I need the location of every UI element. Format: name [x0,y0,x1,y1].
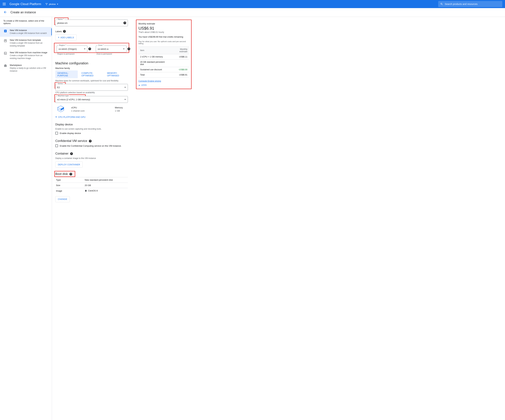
display-device-checkbox[interactable]: Enable display device [55,132,128,135]
topbar: Google Cloud Platform pkslow ▼ [0,0,505,8]
svg-marker-4 [61,107,64,110]
estimate-row-item: Total [139,72,170,78]
help-icon[interactable]: ? [89,140,92,142]
caret-down-icon [123,49,125,49]
confidential-checkbox-label: Enable the Confidential Computing servic… [60,145,121,147]
confidential-title: Confidential VM service [55,139,87,143]
machine-type-label: Machine type [57,95,69,97]
sidebar-item-sub: Deploy a ready-to-go solution onto a VM … [10,67,48,73]
cpu-gpu-expand[interactable]: CPU PLATFORM AND GPU [55,116,86,118]
search-input[interactable] [445,3,500,5]
sidebar-item-title: New VM instance from template [10,39,48,41]
help-icon[interactable]: ? [70,152,73,155]
labels-label: Labels [55,30,62,33]
name-input[interactable] [55,19,128,26]
svg-point-1 [47,3,48,4]
change-button[interactable]: CHANGE [55,196,70,202]
less-toggle[interactable]: LESS [139,84,189,86]
machine-summary: vCPU 1 shared core Memory 1 GB [55,105,128,113]
help-icon[interactable]: ? [69,173,72,175]
boot-disk-title: Boot disk [55,172,68,176]
boot-disk-image-value: CentOS 8 [88,189,98,192]
pricing-link[interactable]: Compute Engine pricing [139,80,161,82]
boot-disk-size-label: Size [55,183,84,188]
checkbox-icon [55,144,58,147]
boot-disk-image-value-wrap: CentOS 8 [85,189,98,192]
shield-icon [85,190,87,192]
help-icon[interactable]: ? [123,22,126,24]
region-hint: Region is permanent [57,53,87,55]
zone-value: us-west1-a [98,48,108,50]
sidebar: To create a VM instance, select one of t… [0,17,52,420]
project-icon [45,3,48,5]
machine-family-tabs: GENERAL-PURPOSE COMPUTE-OPTIMISED MEMORY… [55,70,128,78]
add-box-icon [3,29,7,33]
form-column: Name * ? Labels ? + ADD LABELS [55,19,128,202]
machine-family-label: Machine family [55,67,128,69]
estimate-row-item: Sustained use discount [139,67,170,72]
table-row: 2 vCPU + 1 GB memory US$6.11 [139,54,189,60]
brand-label: Google Cloud Platform [9,2,41,6]
help-icon[interactable]: ? [88,48,91,50]
sidebar-item-sub: Create a single VM instance from an exis… [10,54,48,60]
estimate-row-est: -US$0.00 [170,67,189,72]
region-label: Region * [58,44,67,46]
deploy-container-button[interactable]: DEPLOY CONTAINER [55,161,83,167]
table-row: Sustained use discount -US$0.00 [139,67,189,72]
table-row: Total US$6.91 [139,72,189,78]
machine-type-select[interactable]: e2-micro (2 vCPU, 1 GB memory) [55,96,128,103]
svg-point-0 [46,3,46,4]
estimate-row-est [170,60,189,67]
display-device-title: Display device [55,123,128,126]
template-icon [3,39,7,43]
menu-icon[interactable] [3,2,7,6]
estimate-row-est: US$6.11 [170,54,189,60]
marketplace-icon [3,64,7,68]
series-select[interactable]: E2 [55,84,128,91]
boot-disk-size-value: 20 GB [84,183,128,188]
sidebar-item-title: New VM instance from machine image [10,51,48,54]
sidebar-item-new-vm-template[interactable]: New VM instance from template Create a s… [0,37,52,49]
tab-compute-optimised[interactable]: COMPUTE-OPTIMISED [79,70,103,78]
zone-select[interactable]: us-west1-a [96,45,126,52]
sidebar-item-new-vm[interactable]: New VM instance Create a single VM insta… [0,27,52,37]
help-icon[interactable]: ? [63,30,66,33]
tab-hint: Machine types for common workloads, opti… [55,80,128,82]
cpu-gpu-label: CPU PLATFORM AND GPU [58,116,86,118]
search-box[interactable] [438,1,502,7]
region-select[interactable]: us-west1 (Oregon) [57,45,87,52]
tab-general-purpose[interactable]: GENERAL-PURPOSE [55,70,78,78]
add-labels-label: ADD LABELS [60,36,74,39]
table-row: 20 GB standard persistent disk [139,60,189,67]
sidebar-item-marketplace[interactable]: Marketplace Deploy a ready-to-go solutio… [0,62,52,74]
estimate-credits: You have US$299.89 free trial credits re… [139,36,189,38]
add-labels-button[interactable]: + ADD LABELS [55,34,76,40]
back-arrow-icon[interactable] [3,10,7,14]
estimate-title: Monthly estimate [139,22,189,25]
zone-label: Zone * [97,44,104,46]
tab-memory-optimised[interactable]: MEMORY-OPTIMISED [105,70,128,78]
machine-image-icon [3,51,7,55]
region-value: us-west1 (Oregon) [58,48,77,50]
estimate-price: US$6.91 [139,26,189,31]
vcpu-value: 1 shared core [71,110,85,112]
help-icon[interactable]: ? [127,48,130,50]
display-device-hint: Enable to use screen capturing and recor… [55,128,128,130]
svg-point-2 [46,4,47,5]
checkbox-icon [55,132,58,135]
series-label: Series [57,83,63,85]
estimate-payline: Pay for what you use: No upfront costs a… [139,40,189,44]
display-device-checkbox-label: Enable display device [60,132,81,135]
sidebar-item-new-vm-machine-image[interactable]: New VM instance from machine image Creat… [0,49,52,62]
sidebar-hint: To create a VM instance, select one of t… [0,19,52,27]
subheader: Create an instance [0,8,505,17]
boot-disk-type-value: New standard persistent disk [84,177,128,183]
boot-disk-image-label: Image [55,188,84,194]
caret-down-icon [84,49,86,49]
confidential-checkbox[interactable]: Enable the Confidential Computing servic… [55,144,128,147]
vcpu-label: vCPU [71,106,85,109]
boot-disk-type-label: Type [55,177,84,183]
sidebar-item-sub: Create a single VM instance from scratch [10,32,47,35]
table-row: Image CentOS 8 [55,188,128,194]
project-picker[interactable]: pkslow ▼ [45,3,58,5]
